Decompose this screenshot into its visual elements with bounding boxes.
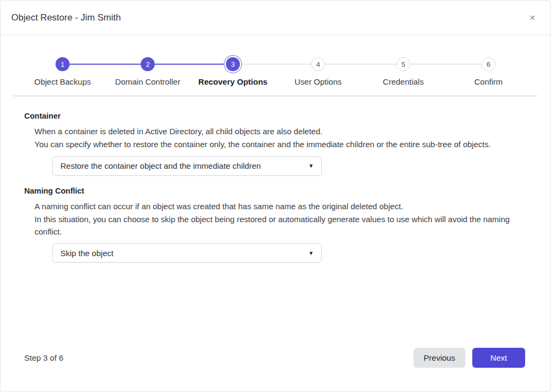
previous-button[interactable]: Previous	[414, 348, 465, 368]
naming-conflict-section: Naming Conflict A naming conflict can oc…	[24, 187, 527, 263]
step-confirm: 6 Confirm	[446, 57, 531, 86]
step-label-3: Recovery Options	[198, 77, 267, 86]
naming-conflict-dropdown[interactable]: Skip the object ▼	[52, 243, 322, 263]
step-connector	[70, 64, 105, 65]
container-heading: Container	[24, 112, 527, 120]
step-object-backups: 1 Object Backups	[20, 57, 105, 86]
step-connector	[155, 64, 190, 65]
next-button[interactable]: Next	[472, 348, 525, 368]
step-connector	[446, 64, 481, 65]
step-indicator: Step 3 of 6	[24, 353, 64, 362]
step-label-6: Confirm	[474, 77, 503, 86]
step-label-1: Object Backups	[34, 77, 91, 86]
container-description-line: You can specify whether to restore the c…	[24, 138, 527, 150]
wizard-content: Container When a container is deleted in…	[1, 97, 550, 348]
object-restore-dialog: Object Restore - Jim Smith × 1 Object Ba…	[0, 0, 551, 392]
container-mode-dropdown[interactable]: Restore the container object and the imm…	[52, 156, 322, 176]
dialog-header: Object Restore - Jim Smith ×	[1, 1, 550, 35]
dialog-title: Object Restore - Jim Smith	[11, 12, 121, 23]
step-credentials: 5 Credentials	[361, 57, 446, 86]
caret-down-icon: ▼	[308, 163, 314, 169]
step-connector	[325, 64, 361, 65]
naming-conflict-heading: Naming Conflict	[24, 187, 527, 195]
close-icon[interactable]: ×	[525, 10, 540, 25]
step-circle-6[interactable]: 6	[481, 57, 495, 71]
dialog-footer: Step 3 of 6 Previous Next	[1, 348, 550, 391]
naming-conflict-description-line: A naming conflict can occur if an object…	[24, 200, 527, 212]
caret-down-icon: ▼	[308, 250, 314, 256]
naming-conflict-description-line: In this situation, you can choose to ski…	[24, 213, 527, 238]
wizard-stepper: 1 Object Backups 2 Domain Controller 3 R…	[20, 57, 531, 86]
step-recovery-options: 3 Recovery Options	[190, 57, 276, 86]
step-label-4: User Options	[294, 77, 342, 86]
step-circle-2[interactable]: 2	[141, 57, 155, 71]
step-connector	[190, 64, 226, 65]
step-domain-controller: 2 Domain Controller	[105, 57, 190, 86]
step-connector	[240, 64, 276, 65]
step-circle-4[interactable]: 4	[311, 57, 325, 71]
step-connector	[276, 64, 311, 65]
step-label-2: Domain Controller	[115, 77, 181, 86]
step-connector	[410, 64, 446, 65]
container-description-line: When a container is deleted in Active Di…	[24, 125, 527, 137]
container-section: Container When a container is deleted in…	[24, 112, 527, 176]
step-label-5: Credentials	[383, 77, 424, 86]
naming-conflict-value: Skip the object	[60, 249, 113, 258]
step-connector	[361, 64, 396, 65]
footer-buttons: Previous Next	[414, 348, 525, 368]
step-circle-5[interactable]: 5	[396, 57, 410, 71]
container-mode-value: Restore the container object and the imm…	[60, 161, 261, 170]
step-connector	[105, 64, 141, 65]
step-circle-3[interactable]: 3	[226, 57, 240, 71]
step-user-options: 4 User Options	[276, 57, 361, 86]
step-circle-1[interactable]: 1	[56, 57, 70, 71]
